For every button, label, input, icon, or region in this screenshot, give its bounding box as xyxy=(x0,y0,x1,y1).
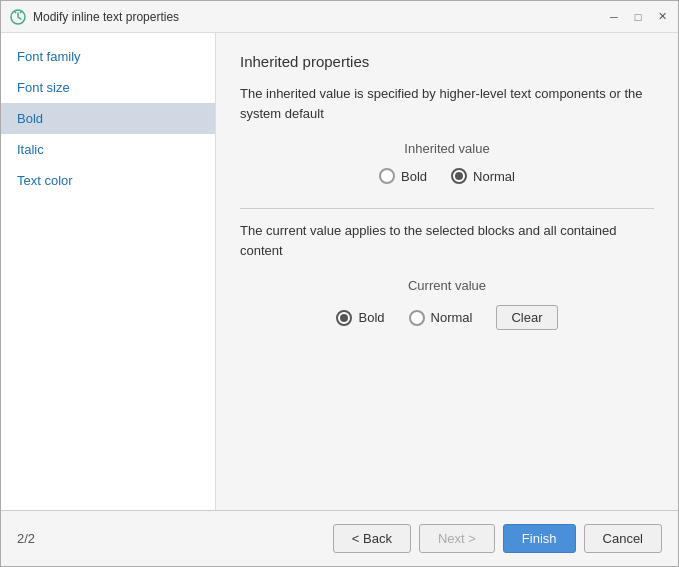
current-normal-option[interactable]: Normal xyxy=(409,310,473,326)
inherited-normal-radio[interactable] xyxy=(451,168,467,184)
current-normal-radio[interactable] xyxy=(409,310,425,326)
maximize-button[interactable]: □ xyxy=(630,9,646,25)
main-panel: Inherited properties The inherited value… xyxy=(216,33,678,510)
inherited-bold-radio[interactable] xyxy=(379,168,395,184)
current-bold-label: Bold xyxy=(358,310,384,325)
inherited-radio-row: Bold Normal xyxy=(240,168,654,184)
current-bold-option[interactable]: Bold xyxy=(336,310,384,326)
current-label: Current value xyxy=(240,278,654,293)
finish-button[interactable]: Finish xyxy=(503,524,576,553)
minimize-button[interactable]: ─ xyxy=(606,9,622,25)
next-button[interactable]: Next > xyxy=(419,524,495,553)
current-section: The current value applies to the selecte… xyxy=(240,221,654,330)
sidebar-item-font-size[interactable]: Font size xyxy=(1,72,215,103)
titlebar: Modify inline text properties ─ □ ✕ xyxy=(1,1,678,33)
clear-button[interactable]: Clear xyxy=(496,305,557,330)
sidebar-item-italic[interactable]: Italic xyxy=(1,134,215,165)
cancel-button[interactable]: Cancel xyxy=(584,524,662,553)
current-bold-radio[interactable] xyxy=(336,310,352,326)
close-button[interactable]: ✕ xyxy=(654,9,670,25)
window-title: Modify inline text properties xyxy=(33,10,606,24)
page-indicator: 2/2 xyxy=(17,531,333,546)
inherited-desc: The inherited value is specified by high… xyxy=(240,84,654,123)
sidebar: Font family Font size Bold Italic Text c… xyxy=(1,33,216,510)
section-divider xyxy=(240,208,654,209)
sidebar-item-bold[interactable]: Bold xyxy=(1,103,215,134)
inherited-normal-option[interactable]: Normal xyxy=(451,168,515,184)
section-title: Inherited properties xyxy=(240,53,654,70)
inherited-bold-option[interactable]: Bold xyxy=(379,168,427,184)
inherited-section: The inherited value is specified by high… xyxy=(240,84,654,184)
sidebar-item-text-color[interactable]: Text color xyxy=(1,165,215,196)
inherited-normal-label: Normal xyxy=(473,169,515,184)
footer: 2/2 < Back Next > Finish Cancel xyxy=(1,510,678,566)
back-button[interactable]: < Back xyxy=(333,524,411,553)
content-area: Font family Font size Bold Italic Text c… xyxy=(1,33,678,510)
sidebar-item-font-family[interactable]: Font family xyxy=(1,41,215,72)
inherited-label: Inherited value xyxy=(240,141,654,156)
titlebar-controls: ─ □ ✕ xyxy=(606,9,670,25)
current-desc: The current value applies to the selecte… xyxy=(240,221,654,260)
inherited-bold-label: Bold xyxy=(401,169,427,184)
app-icon xyxy=(9,8,27,26)
footer-buttons: < Back Next > Finish Cancel xyxy=(333,524,662,553)
current-radio-row: Bold Normal Clear xyxy=(240,305,654,330)
current-normal-label: Normal xyxy=(431,310,473,325)
window: Modify inline text properties ─ □ ✕ Font… xyxy=(0,0,679,567)
